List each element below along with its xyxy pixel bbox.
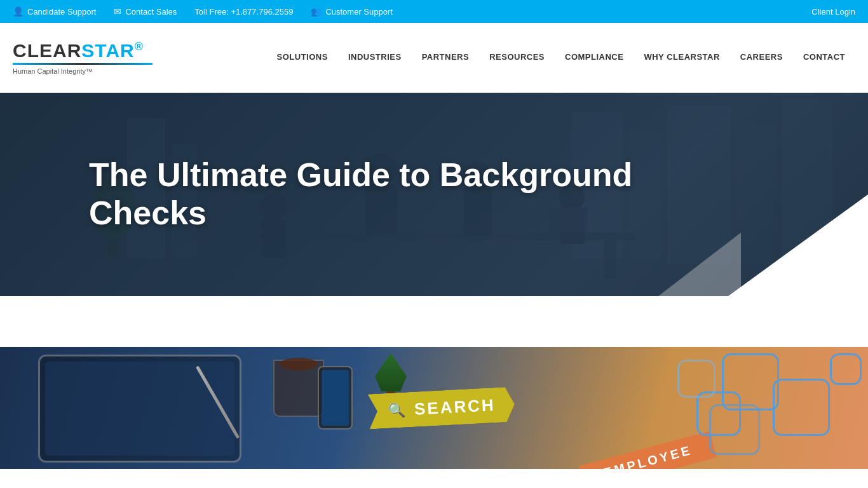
nav-why-clearstar[interactable]: WHY CLEARSTAR [634,23,729,93]
top-bar: 👤 Candidate Support ✉ Contact Sales Toll… [0,0,868,23]
tablet-device [38,355,241,463]
header: CLEARSTAR® Human Capital Integrity™ SOLU… [0,23,868,93]
nav-partners[interactable]: PARTNERS [412,23,480,93]
coffee-top [280,358,318,370]
search-icon: 🔍 [387,402,407,419]
candidate-support-label: Candidate Support [27,7,96,17]
gap-section [0,296,868,347]
client-login-link[interactable]: Client Login [811,7,855,17]
nav-solutions[interactable]: SOLUTIONS [267,23,338,93]
nav-compliance[interactable]: COMPLIANCE [555,23,634,93]
logo-clear: CLEAR [13,40,81,61]
contact-sales-link[interactable]: ✉ Contact Sales [114,6,177,17]
candidate-support-link[interactable]: 👤 Candidate Support [13,6,96,17]
nav-careers[interactable]: CAREERS [730,23,793,93]
deco-square-4 [830,353,862,385]
search-badge-label: SEARCH [414,395,496,419]
contact-sales-label: Contact Sales [125,7,177,17]
candidate-support-icon: 👤 [13,6,24,17]
tablet-screen [45,362,234,456]
main-nav: SOLUTIONS INDUSTRIES PARTNERS RESOURCES … [172,23,855,93]
top-bar-links: 👤 Candidate Support ✉ Contact Sales Toll… [13,6,792,17]
mail-icon: ✉ [114,6,121,17]
hero-title: The Ultimate Guide to Background Checks [89,156,661,233]
nav-resources[interactable]: RESOURCES [479,23,555,93]
nav-industries[interactable]: INDUSTRIES [338,23,412,93]
client-login-label: Client Login [811,7,855,17]
toll-free-label: Toll Free: +1.877.796.2559 [194,7,293,17]
bottom-image-section: 🔍 SEARCH EMPLOYEE [0,347,868,469]
customer-support-label: Customer Support [325,7,393,17]
customer-support-link[interactable]: 👥 Customer Support [311,6,393,17]
hero-content: The Ultimate Guide to Background Checks [89,156,661,233]
deco-square-5 [677,360,715,398]
hero-section: The Ultimate Guide to Background Checks [0,93,868,296]
logo[interactable]: CLEARSTAR® Human Capital Integrity™ [13,40,153,75]
coffee-cup [273,360,324,417]
nav-contact[interactable]: CONTACT [793,23,855,93]
plant-leaves [375,353,407,391]
logo-registered: ® [135,40,144,53]
deco-square-6 [709,404,760,455]
logo-text: CLEARSTAR® [13,40,153,62]
logo-star-text: STAR [81,40,134,61]
hero-triangle-white [728,194,868,296]
toll-free: Toll Free: +1.877.796.2559 [194,7,293,17]
phone-device [318,366,353,430]
decorative-squares [627,347,868,469]
deco-square-2 [773,379,830,436]
logo-tagline: Human Capital Integrity™ [13,67,153,75]
group-icon: 👥 [311,6,322,17]
phone-screen [322,370,349,426]
logo-divider [13,63,153,65]
